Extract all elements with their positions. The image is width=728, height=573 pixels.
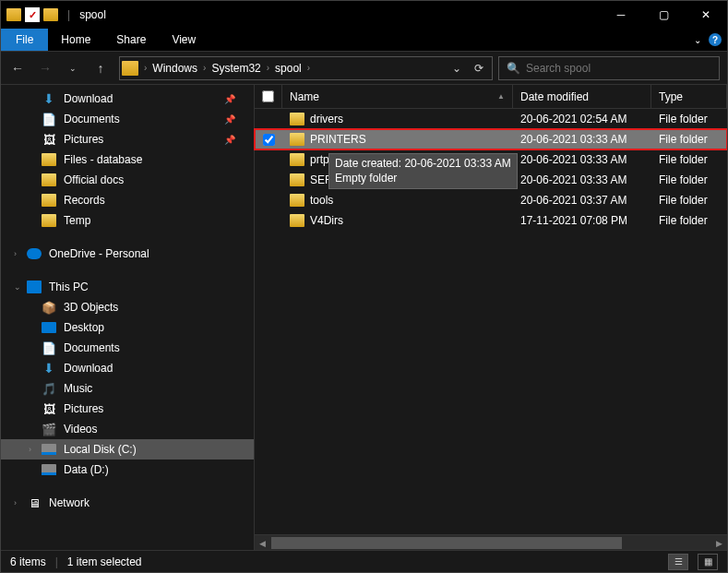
- chevron-right-icon[interactable]: ›: [14, 498, 17, 507]
- nav-thispc-item[interactable]: 3D Objects: [1, 297, 254, 317]
- nav-quick-item[interactable]: Pictures📌: [1, 129, 254, 149]
- maximize-button[interactable]: ▢: [642, 1, 685, 29]
- ribbon-file-tab[interactable]: File: [1, 29, 48, 51]
- nav-quick-item[interactable]: Download📌: [1, 89, 254, 109]
- ribbon-home-tab[interactable]: Home: [48, 29, 103, 51]
- forward-button[interactable]: →: [32, 55, 58, 81]
- crumb-sep-icon[interactable]: ›: [265, 63, 271, 73]
- explorer-window: | spool ─ ▢ ✕ File Home Share View ⌄ ? ←…: [0, 0, 728, 573]
- file-date: 17-11-2021 07:08 PM: [513, 214, 651, 227]
- tooltip-line2: Empty folder: [335, 172, 511, 186]
- nav-item-label: Download: [64, 362, 113, 375]
- navigation-pane[interactable]: Download📌Documents📌Pictures📌Files - data…: [1, 85, 255, 550]
- minimize-button[interactable]: ─: [600, 1, 642, 29]
- folder-icon: [290, 214, 304, 227]
- qat-open-icon[interactable]: [43, 8, 58, 21]
- video-icon: [42, 423, 56, 436]
- nav-item-label: Documents: [64, 341, 120, 354]
- chevron-down-icon[interactable]: ⌄: [14, 282, 21, 292]
- search-icon: 🔍: [507, 62, 520, 75]
- crumb-spool[interactable]: spool: [271, 62, 305, 75]
- help-icon[interactable]: ?: [709, 33, 722, 46]
- ribbon-share-tab[interactable]: Share: [103, 29, 159, 51]
- content-area: Download📌Documents📌Pictures📌Files - data…: [1, 85, 727, 550]
- file-type: File folder: [651, 133, 727, 146]
- this-pc-icon: [27, 281, 42, 293]
- file-rows[interactable]: drivers20-06-2021 02:54 AMFile folderPRI…: [255, 109, 727, 534]
- file-type: File folder: [651, 113, 727, 125]
- app-properties-icon[interactable]: [25, 7, 40, 22]
- row-checkbox[interactable]: [263, 134, 275, 146]
- nav-thispc-item[interactable]: Documents: [1, 338, 254, 358]
- nav-quick-item[interactable]: Records: [1, 190, 254, 210]
- address-bar[interactable]: › Windows › System32 › spool › ⌄ ⟳: [119, 56, 493, 80]
- nav-thispc-item[interactable]: ›Local Disk (C:): [1, 439, 254, 460]
- scroll-left-icon[interactable]: ◀: [255, 535, 270, 550]
- chevron-right-icon[interactable]: ›: [29, 445, 31, 454]
- download-icon: [42, 92, 56, 105]
- horizontal-scrollbar[interactable]: ◀ ▶: [255, 534, 727, 550]
- up-button[interactable]: ↑: [88, 55, 113, 81]
- nav-item-label: Pictures: [64, 402, 103, 415]
- search-input[interactable]: [526, 62, 711, 75]
- recent-dropdown[interactable]: ⌄: [60, 55, 86, 81]
- close-button[interactable]: ✕: [685, 1, 727, 29]
- ribbon-view-tab[interactable]: View: [159, 29, 209, 51]
- folder-icon: [42, 173, 56, 186]
- nav-item-label: Pictures: [64, 133, 103, 146]
- status-bar: 6 items | 1 item selected ☰ ▦: [1, 550, 727, 572]
- nav-quick-item[interactable]: Files - database: [1, 149, 254, 170]
- nav-quick-item[interactable]: Official docs: [1, 170, 254, 190]
- nav-item-label: Temp: [64, 214, 90, 227]
- tooltip-line1: Date created: 20-06-2021 03:33 AM: [335, 157, 511, 172]
- folder-icon: [290, 173, 304, 186]
- select-all-checkbox[interactable]: [262, 90, 274, 102]
- scroll-right-icon[interactable]: ▶: [711, 535, 727, 550]
- nav-thispc-item[interactable]: Data (D:): [1, 460, 254, 480]
- nav-this-pc[interactable]: ⌄ This PC: [1, 277, 254, 297]
- crumb-system32[interactable]: System32: [208, 62, 264, 75]
- file-row[interactable]: PRINTERS20-06-2021 03:33 AMFile folder: [255, 129, 727, 149]
- column-type[interactable]: Type: [651, 85, 727, 108]
- crumb-sep-icon[interactable]: ›: [142, 63, 149, 73]
- address-dropdown-icon[interactable]: ⌄: [446, 57, 468, 79]
- nav-thispc-item[interactable]: Desktop: [1, 317, 254, 338]
- file-row[interactable]: V4Dirs17-11-2021 07:08 PMFile folder: [255, 210, 727, 231]
- refresh-icon[interactable]: ⟳: [468, 57, 490, 79]
- crumb-windows[interactable]: Windows: [149, 62, 201, 75]
- search-box[interactable]: 🔍: [498, 56, 720, 80]
- disk-icon: [42, 464, 56, 475]
- file-name: drivers: [310, 113, 343, 125]
- nav-item-label: Files - database: [64, 153, 142, 166]
- chevron-right-icon[interactable]: ›: [14, 249, 17, 258]
- folder-icon: [290, 133, 304, 146]
- column-checkbox[interactable]: [255, 85, 282, 108]
- details-view-button[interactable]: ☰: [668, 554, 688, 570]
- nav-thispc-item[interactable]: Download: [1, 358, 254, 378]
- nav-quick-item[interactable]: Documents📌: [1, 109, 254, 129]
- nav-quick-item[interactable]: Temp: [1, 210, 254, 231]
- download-icon: [42, 362, 56, 375]
- nav-thispc-item[interactable]: Pictures: [1, 399, 254, 419]
- file-name: tools: [310, 194, 333, 207]
- ribbon-expand-icon[interactable]: ⌄: [694, 35, 701, 45]
- file-name: PRINTERS: [310, 133, 366, 146]
- folder-icon: [290, 194, 304, 207]
- nav-onedrive[interactable]: › OneDrive - Personal: [1, 244, 254, 264]
- crumb-sep-icon[interactable]: ›: [305, 63, 312, 73]
- nav-network[interactable]: › Network: [1, 493, 254, 513]
- crumb-sep-icon[interactable]: ›: [201, 63, 208, 73]
- column-name[interactable]: Name ▲: [282, 85, 513, 108]
- scrollbar-thumb[interactable]: [271, 537, 622, 549]
- onedrive-icon: [27, 248, 42, 259]
- file-date: 20-06-2021 03:33 AM: [513, 173, 651, 186]
- nav-thispc-item[interactable]: Music: [1, 378, 254, 399]
- back-button[interactable]: ←: [5, 55, 30, 81]
- file-row[interactable]: drivers20-06-2021 02:54 AMFile folder: [255, 109, 727, 129]
- folder-icon: [290, 153, 304, 166]
- file-row[interactable]: tools20-06-2021 03:37 AMFile folder: [255, 190, 727, 210]
- nav-thispc-item[interactable]: Videos: [1, 419, 254, 439]
- doc-icon: [42, 113, 56, 125]
- thumbnails-view-button[interactable]: ▦: [698, 554, 718, 570]
- column-date[interactable]: Date modified: [513, 85, 651, 108]
